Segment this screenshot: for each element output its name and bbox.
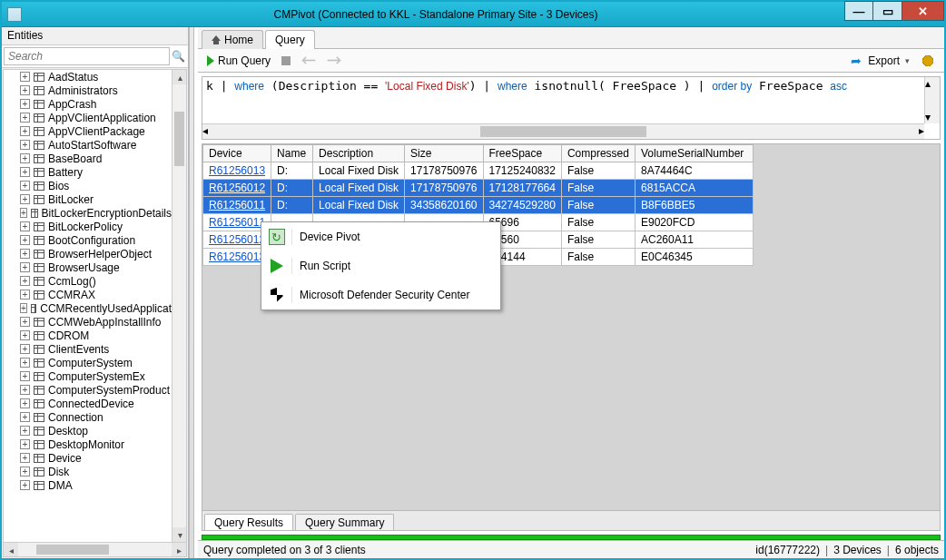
entity-item[interactable]: +CDROM (4, 329, 172, 342)
cell[interactable]: D: (271, 197, 313, 214)
export-button[interactable]: ➦ Export ▾ (847, 52, 913, 70)
tab-query[interactable]: Query (265, 30, 315, 49)
cell[interactable]: 17178750976 (405, 162, 483, 180)
expander-icon[interactable]: + (20, 85, 30, 95)
expander-icon[interactable]: + (20, 181, 30, 191)
entity-item[interactable]: +AppCrash (4, 97, 172, 111)
titlebar[interactable]: CMPivot (Connected to KKL - Standalone P… (2, 2, 944, 27)
expander-icon[interactable]: + (20, 385, 30, 395)
expander-icon[interactable]: + (20, 99, 30, 109)
back-button[interactable]: 🡐 (298, 51, 320, 71)
scroll-thumb-h[interactable] (36, 545, 109, 555)
expander-icon[interactable]: + (20, 344, 30, 354)
menu-item-device-pivot[interactable]: Device Pivot (261, 222, 500, 251)
expander-icon[interactable]: + (20, 113, 30, 123)
tab-home[interactable]: Home (202, 30, 263, 49)
entity-item[interactable]: +DesktopMonitor (4, 437, 172, 451)
entity-item[interactable]: +CcmLog() (4, 274, 172, 288)
entities-hscroll[interactable]: ◂ ▸ (4, 542, 186, 556)
tab-query-results[interactable]: Query Results (204, 514, 293, 531)
expander-icon[interactable]: + (20, 140, 30, 150)
entity-item[interactable]: +Battery (4, 165, 172, 179)
expander-icon[interactable]: + (20, 426, 30, 436)
cell[interactable]: 34358620160 (405, 197, 483, 214)
entities-vscroll[interactable]: ▴ ▾ (172, 70, 186, 542)
table-row[interactable]: R61256011D:Local Fixed Disk3435862016034… (203, 197, 754, 214)
expander-icon[interactable]: + (20, 371, 30, 381)
column-header[interactable]: Compressed (561, 145, 635, 162)
entity-item[interactable]: +ComputerSystemProduct (4, 383, 172, 397)
cell[interactable]: 6815ACCA (635, 180, 753, 197)
entity-item[interactable]: +BitLockerPolicy (4, 220, 172, 233)
expander-icon[interactable]: + (20, 480, 30, 490)
entity-item[interactable]: +BootConfiguration (4, 233, 172, 247)
entity-item[interactable]: +CCMWebAppInstallInfo (4, 315, 172, 329)
table-row[interactable]: R61256013D:Local Fixed Disk1717875097617… (203, 162, 754, 180)
tab-query-summary[interactable]: Query Summary (295, 514, 394, 531)
entity-item[interactable]: +CCMRAX (4, 288, 172, 301)
cell[interactable]: AC260A11 (635, 231, 753, 249)
entity-item[interactable]: +ConnectedDevice (4, 397, 172, 410)
cell[interactable]: 17178750976 (405, 180, 483, 197)
entity-item[interactable]: +AadStatus (4, 70, 172, 84)
cell[interactable]: 8A74464C (635, 162, 753, 180)
cell[interactable]: 34274529280 (483, 197, 561, 214)
entity-item[interactable]: +Administrators (4, 84, 172, 97)
cell[interactable]: R61256013 (203, 162, 271, 180)
close-button[interactable]: ✕ (902, 1, 944, 21)
entity-item[interactable]: +AppVClientPackage (4, 124, 172, 138)
scroll-left-icon[interactable]: ◂ (4, 543, 18, 557)
entity-item[interactable]: +ComputerSystemEx (4, 369, 172, 383)
editor-vscroll[interactable]: ▴ ▾ (924, 77, 940, 123)
search-input[interactable] (4, 47, 170, 65)
editor-hscroll[interactable]: ◂ ▸ (202, 123, 924, 139)
search-icon[interactable]: 🔍 (170, 50, 186, 63)
entity-item[interactable]: +Disk (4, 465, 172, 478)
column-header[interactable]: Name (271, 145, 313, 162)
column-header[interactable]: Device (203, 145, 271, 162)
expander-icon[interactable]: + (20, 467, 30, 476)
expander-icon[interactable]: + (20, 358, 30, 368)
entity-item[interactable]: +BaseBoard (4, 152, 172, 165)
cell[interactable]: D: (271, 180, 313, 197)
cell[interactable]: E9020FCD (635, 214, 753, 231)
expander-icon[interactable]: + (20, 303, 27, 313)
expander-icon[interactable]: + (20, 412, 30, 422)
cell[interactable]: Local Fixed Disk (313, 180, 405, 197)
cell[interactable]: Local Fixed Disk (313, 162, 405, 180)
expander-icon[interactable]: + (20, 290, 30, 300)
cell[interactable]: False (561, 197, 635, 214)
entity-item[interactable]: +DMA (4, 478, 172, 492)
entity-item[interactable]: +AutoStartSoftware (4, 138, 172, 152)
maximize-button[interactable]: ▭ (873, 1, 902, 21)
entity-item[interactable]: +Connection (4, 410, 172, 424)
cell[interactable]: R61256012 (203, 180, 271, 197)
expander-icon[interactable]: + (20, 276, 30, 286)
column-header[interactable]: Description (313, 145, 405, 162)
expander-icon[interactable]: + (20, 249, 30, 259)
cell[interactable]: False (561, 180, 635, 197)
scroll-thumb[interactable] (480, 126, 646, 137)
scroll-down-icon[interactable]: ▾ (172, 527, 187, 542)
entity-item[interactable]: +AppVClientApplication (4, 111, 172, 124)
expander-icon[interactable]: + (20, 235, 30, 245)
expander-icon[interactable]: + (20, 398, 30, 408)
expander-icon[interactable]: + (20, 317, 30, 327)
scroll-right-icon[interactable]: ▸ (172, 543, 186, 557)
cell[interactable]: 17125240832 (483, 162, 561, 180)
minimize-button[interactable]: — (844, 1, 873, 21)
expander-icon[interactable]: + (20, 194, 30, 204)
expander-icon[interactable]: + (20, 126, 30, 136)
entity-item[interactable]: +Bios (4, 179, 172, 192)
cell[interactable]: B8F6BBE5 (635, 197, 753, 214)
column-header[interactable]: VolumeSerialNumber (635, 145, 753, 162)
column-header[interactable]: Size (405, 145, 483, 162)
scroll-up-icon[interactable]: ▴ (925, 77, 940, 90)
forward-button[interactable]: 🡒 (323, 51, 345, 71)
entity-item[interactable]: +ComputerSystem (4, 356, 172, 369)
run-query-button[interactable]: Run Query (203, 53, 274, 69)
cell[interactable]: False (561, 214, 635, 231)
scroll-down-icon[interactable]: ▾ (925, 111, 940, 123)
entity-item[interactable]: +Desktop (4, 424, 172, 437)
expander-icon[interactable]: + (20, 72, 30, 82)
